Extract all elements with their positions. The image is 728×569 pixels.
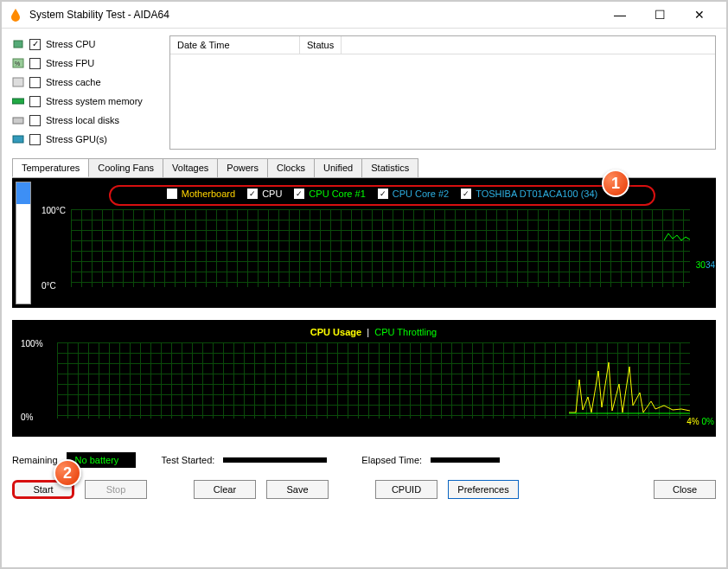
elapsed-value xyxy=(431,457,500,463)
legend-core1-checkbox[interactable] xyxy=(294,189,304,199)
annotation-badge-2: 2 xyxy=(54,459,81,487)
cache-icon xyxy=(12,77,24,87)
legend-cpu-checkbox[interactable] xyxy=(247,189,258,199)
status-col-datetime[interactable]: Date & Time xyxy=(170,36,300,54)
tab-powers[interactable]: Powers xyxy=(217,158,268,177)
temperature-chart: Motherboard CPU CPU Core #1 CPU Core #2 … xyxy=(12,178,716,308)
temp-axis-bottom: 0°C xyxy=(42,281,56,291)
tab-temperatures[interactable]: Temperatures xyxy=(12,158,89,177)
legend-core2-label: CPU Core #2 xyxy=(393,189,449,199)
svg-rect-4 xyxy=(12,99,24,104)
legend-core2-checkbox[interactable] xyxy=(378,189,388,199)
legend-core1-label: CPU Core #1 xyxy=(309,189,365,199)
stress-gpu-checkbox[interactable] xyxy=(29,134,41,145)
disk-icon xyxy=(12,115,24,125)
legend-motherboard-checkbox[interactable] xyxy=(167,189,177,199)
save-button[interactable]: Save xyxy=(266,480,329,499)
stress-cache-checkbox[interactable] xyxy=(29,77,41,88)
stress-memory-checkbox[interactable] xyxy=(29,96,41,107)
cpuid-button[interactable]: CPUID xyxy=(375,480,437,499)
svg-rect-3 xyxy=(13,78,23,86)
app-icon xyxy=(9,8,22,22)
tab-clocks[interactable]: Clocks xyxy=(267,158,315,177)
remaining-label: Remaining xyxy=(12,455,58,465)
maximize-button[interactable]: ☐ xyxy=(640,2,680,28)
temperature-legend: Motherboard CPU CPU Core #1 CPU Core #2 … xyxy=(109,185,655,206)
usage-axis-bottom: 0% xyxy=(21,412,33,422)
tab-voltages[interactable]: Voltages xyxy=(163,158,218,177)
annotation-badge-1: 1 xyxy=(602,169,629,197)
svg-rect-0 xyxy=(14,41,22,48)
tab-cooling-fans[interactable]: Cooling Fans xyxy=(88,158,163,177)
close-window-button[interactable]: ✕ xyxy=(680,2,719,28)
fpu-icon: % xyxy=(12,58,24,68)
stress-row-cache: Stress cache xyxy=(12,74,159,91)
stress-cache-label: Stress cache xyxy=(46,77,101,87)
stress-disks-label: Stress local disks xyxy=(46,115,119,125)
stress-memory-label: Stress system memory xyxy=(46,96,143,106)
status-body xyxy=(170,54,715,148)
stress-disks-checkbox[interactable] xyxy=(29,115,41,126)
temp-right-values: 3034 xyxy=(696,260,715,270)
tab-statistics[interactable]: Statistics xyxy=(361,158,418,177)
titlebar: System Stability Test - AIDA64 — ☐ ✕ xyxy=(2,2,726,28)
legend-motherboard-label: Motherboard xyxy=(182,189,235,199)
legend-cpu-label: CPU xyxy=(262,189,282,199)
close-button[interactable]: Close xyxy=(654,480,716,499)
preferences-button[interactable]: Preferences xyxy=(448,480,519,499)
tab-unified[interactable]: Unified xyxy=(314,158,362,177)
usage-trace xyxy=(569,354,690,414)
status-table: Date & Time Status xyxy=(169,35,716,150)
info-row: Remaining No battery Test Started: Elaps… xyxy=(12,452,716,468)
window-title: System Stability Test - AIDA64 xyxy=(29,9,600,21)
test-started-label: Test Started: xyxy=(162,455,215,465)
legend-disk-checkbox[interactable] xyxy=(461,189,471,199)
stress-fpu-checkbox[interactable] xyxy=(29,58,41,69)
stress-fpu-label: Stress FPU xyxy=(46,58,94,68)
clear-button[interactable]: Clear xyxy=(194,480,256,499)
memory-icon xyxy=(12,96,24,106)
stress-cpu-label: Stress CPU xyxy=(46,39,95,49)
gpu-icon xyxy=(12,134,24,144)
stress-row-cpu: Stress CPU xyxy=(12,35,159,53)
main-window: System Stability Test - AIDA64 — ☐ ✕ Str… xyxy=(0,0,728,569)
svg-rect-6 xyxy=(13,136,23,143)
elapsed-label: Elapsed Time: xyxy=(361,455,422,465)
legend-disk-label: TOSHIBA DT01ACA100 (34) xyxy=(476,189,597,199)
temp-axis-top: 100°C xyxy=(42,206,66,215)
stress-row-disks: Stress local disks xyxy=(12,112,159,129)
usage-chart-title: CPU Usage | CPU Throttling xyxy=(57,327,690,337)
svg-rect-5 xyxy=(13,118,23,124)
stress-row-memory: Stress system memory xyxy=(12,93,159,110)
stress-cpu-checkbox[interactable] xyxy=(29,39,41,50)
stress-row-fpu: % Stress FPU xyxy=(12,54,159,72)
cpu-usage-chart: CPU Usage | CPU Throttling 100% 0% 4% 0% xyxy=(12,320,716,437)
test-started-value xyxy=(223,457,327,463)
stress-options: Stress CPU % Stress FPU Stress cache Str… xyxy=(12,35,159,150)
stop-button[interactable]: Stop xyxy=(85,480,147,499)
minimize-button[interactable]: — xyxy=(600,2,640,28)
status-col-status[interactable]: Status xyxy=(300,36,342,54)
chart-sensor-sidebar[interactable] xyxy=(16,182,31,304)
svg-text:%: % xyxy=(15,61,20,67)
cpu-icon xyxy=(12,39,24,49)
stress-gpu-label: Stress GPU(s) xyxy=(46,134,107,144)
stress-row-gpu: Stress GPU(s) xyxy=(12,131,159,148)
usage-right-values: 4% 0% xyxy=(686,417,714,426)
usage-axis-top: 100% xyxy=(21,339,43,348)
button-row: 2 Start Stop Clear Save CPUID Preference… xyxy=(12,480,716,499)
